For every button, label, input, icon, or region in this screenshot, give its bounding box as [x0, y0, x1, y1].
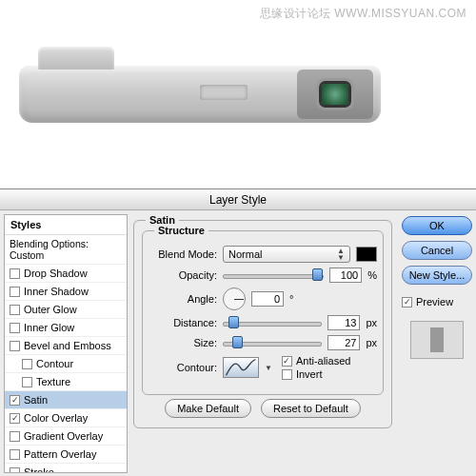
structure-label: Structure	[154, 225, 208, 236]
cancel-button[interactable]: Cancel	[402, 241, 472, 260]
checkbox[interactable]	[10, 323, 20, 333]
sidebar-item-label: Color Overlay	[24, 412, 88, 424]
px-label: px	[366, 317, 377, 328]
dialog-title: Layer Style	[0, 189, 476, 210]
checkbox[interactable]	[10, 431, 20, 442]
preview-checkbox[interactable]: ✓Preview	[402, 296, 472, 307]
checkbox[interactable]	[10, 449, 20, 460]
px-label: px	[366, 337, 377, 348]
sidebar-item-texture[interactable]: Texture	[5, 373, 127, 391]
sidebar-item-gradient-overlay[interactable]: Gradient Overlay	[5, 427, 127, 446]
sidebar-item-label: Gradient Overlay	[24, 430, 103, 442]
styles-sidebar: Styles Blending Options: Custom Drop Sha…	[4, 214, 128, 473]
dropdown-arrows-icon: ▲▼	[337, 248, 345, 261]
sidebar-item-label: Inner Glow	[24, 322, 74, 333]
preview-thumbnail	[410, 321, 464, 359]
sidebar-item-label: Inner Shadow	[24, 286, 89, 297]
antialiased-checkbox[interactable]: ✓Anti-aliased	[282, 355, 350, 367]
invert-checkbox[interactable]: Invert	[282, 368, 350, 380]
sidebar-item-satin[interactable]: ✓Satin	[5, 391, 127, 409]
color-swatch[interactable]	[356, 247, 377, 262]
contour-label: Contour:	[149, 362, 217, 373]
distance-slider[interactable]	[223, 316, 322, 329]
sidebar-item-bevel-and-emboss[interactable]: Bevel and Emboss	[5, 337, 127, 355]
opacity-unit: %	[367, 269, 377, 281]
sidebar-item-label: Contour	[36, 358, 73, 369]
checkbox[interactable]: ✓	[10, 395, 20, 406]
checkbox[interactable]	[10, 341, 20, 351]
sidebar-item-label: Satin	[24, 394, 48, 406]
distance-input[interactable]: 13	[327, 315, 360, 330]
sidebar-item-outer-glow[interactable]: Outer Glow	[5, 301, 127, 319]
checkbox[interactable]	[10, 287, 20, 297]
angle-label: Angle:	[149, 293, 217, 305]
angle-unit: °	[289, 293, 293, 305]
opacity-input[interactable]: 100	[329, 268, 362, 283]
sidebar-item-stroke[interactable]: Stroke	[5, 464, 127, 473]
sidebar-item-color-overlay[interactable]: ✓Color Overlay	[5, 409, 127, 427]
layer-style-dialog: Layer Style Styles Blending Options: Cus…	[0, 188, 476, 476]
sidebar-item-label: Drop Shadow	[24, 268, 88, 279]
sidebar-item-contour[interactable]: Contour	[5, 355, 127, 373]
sidebar-item-label: Stroke	[24, 466, 54, 473]
checkbox[interactable]	[10, 305, 20, 315]
sidebar-blending-options[interactable]: Blending Options: Custom	[5, 235, 127, 265]
sidebar-item-label: Pattern Overlay	[24, 448, 96, 460]
sidebar-item-drop-shadow[interactable]: Drop Shadow	[5, 265, 127, 283]
sidebar-item-label: Outer Glow	[24, 304, 77, 315]
sidebar-item-inner-shadow[interactable]: Inner Shadow	[5, 283, 127, 301]
image-preview-area	[0, 0, 476, 188]
sidebar-item-pattern-overlay[interactable]: Pattern Overlay	[5, 446, 127, 464]
angle-input[interactable]: 0	[251, 291, 284, 307]
size-input[interactable]: 27	[327, 335, 360, 350]
distance-label: Distance:	[149, 317, 217, 328]
contour-picker[interactable]	[223, 357, 259, 378]
right-button-panel: OK Cancel New Style... ✓Preview	[398, 210, 476, 476]
checkbox[interactable]: ✓	[10, 413, 20, 424]
blend-mode-label: Blend Mode:	[149, 248, 217, 260]
new-style-button[interactable]: New Style...	[402, 266, 472, 285]
checkbox[interactable]	[10, 467, 20, 474]
size-slider[interactable]	[223, 336, 322, 349]
size-label: Size:	[149, 337, 217, 348]
angle-dial[interactable]	[223, 288, 246, 310]
satin-panel: Satin Structure Blend Mode: Normal ▲▼	[128, 210, 398, 476]
sidebar-header-styles[interactable]: Styles	[5, 215, 127, 235]
blend-mode-value: Normal	[228, 248, 262, 260]
dropdown-arrow-icon[interactable]: ▼	[265, 365, 272, 371]
checkbox[interactable]	[10, 268, 20, 279]
watermark: 思缘设计论坛 WWW.MISSYUAN.COM	[260, 6, 467, 22]
opacity-slider[interactable]	[223, 268, 324, 282]
sidebar-item-label: Texture	[36, 376, 70, 387]
opacity-label: Opacity:	[149, 269, 217, 281]
reset-default-button[interactable]: Reset to Default	[261, 399, 361, 418]
checkbox[interactable]	[22, 377, 32, 387]
checkbox[interactable]	[22, 359, 32, 369]
sidebar-item-label: Bevel and Emboss	[24, 340, 111, 351]
sidebar-item-inner-glow[interactable]: Inner Glow	[5, 319, 127, 337]
blend-mode-select[interactable]: Normal ▲▼	[223, 246, 350, 263]
ok-button[interactable]: OK	[402, 216, 472, 235]
camera-render	[19, 66, 381, 123]
make-default-button[interactable]: Make Default	[165, 399, 251, 418]
